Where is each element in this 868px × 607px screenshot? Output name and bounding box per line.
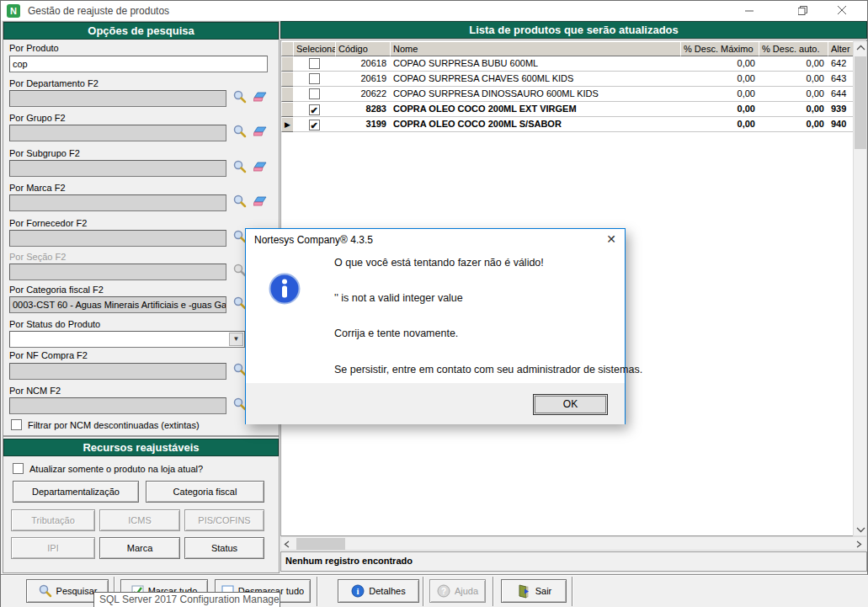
cell-nome: COPRA OLEO COCO 200ML S/SABOR xyxy=(390,117,681,132)
dialog-message-line: Corrija e tente novamente. xyxy=(334,327,458,339)
separator xyxy=(572,577,573,606)
marca-button[interactable]: Marca xyxy=(99,537,180,559)
vertical-scroll-thumb[interactable] xyxy=(855,56,866,149)
cell-alter: 940 xyxy=(828,117,854,132)
tributacao-button: Tributação xyxy=(11,509,95,531)
title-bar: N Gestão de reajuste de produtos xyxy=(1,1,867,20)
departamento-search-icon[interactable] xyxy=(232,90,247,104)
marca-search-icon[interactable] xyxy=(232,194,247,209)
cell-codigo: 20618 xyxy=(335,56,391,72)
horizontal-scrollbar[interactable] xyxy=(280,536,867,551)
cell-desc-auto: 0,00 xyxy=(759,87,828,102)
ncm-input xyxy=(9,397,226,414)
grupo-input xyxy=(9,125,226,141)
exit-door-icon xyxy=(516,584,531,599)
cell-nome: COPAO SURPRESA CHAVES 600ML KIDS xyxy=(390,72,681,87)
store-only-checkbox[interactable] xyxy=(13,463,24,474)
cell-nome: COPRA OLEO COCO 200ML EXT VIRGEM xyxy=(390,102,681,117)
col-header-codigo[interactable]: Código xyxy=(335,41,391,56)
minimize-button[interactable] xyxy=(731,1,769,20)
separator xyxy=(423,577,424,606)
cell-alter: 642 xyxy=(828,56,854,72)
cell-alter: 939 xyxy=(828,102,854,117)
col-header-desc-maximo[interactable]: % Desc. Máximo xyxy=(680,41,759,56)
produto-input[interactable] xyxy=(9,56,268,72)
ajuda-label: Ajuda xyxy=(455,586,478,596)
ncm-filter-checkbox[interactable] xyxy=(11,419,22,430)
col-header-desc-auto[interactable]: % Desc. auto. xyxy=(759,41,828,56)
scroll-down-icon[interactable] xyxy=(854,525,868,534)
scroll-up-icon[interactable] xyxy=(854,44,868,52)
status-button[interactable]: Status xyxy=(184,537,264,559)
search-panel-header: Opções de pesquisa xyxy=(3,22,279,40)
subgrupo-search-icon[interactable] xyxy=(232,160,247,174)
status-produto-combobox[interactable]: ▼ xyxy=(9,331,245,348)
field-label-categoria-fiscal: Por Categoria fiscal F2 xyxy=(9,285,104,295)
cell-nome: COPAO SURPRESA BUBU 600ML xyxy=(390,56,681,72)
chevron-down-icon[interactable]: ▼ xyxy=(229,333,243,346)
svg-text:i: i xyxy=(357,586,359,596)
dialog-close-icon[interactable]: ✕ xyxy=(606,232,616,246)
maximize-restore-button[interactable] xyxy=(784,1,822,20)
cell-desc-auto: 0,00 xyxy=(759,102,828,117)
field-label-ncm: Por NCM F2 xyxy=(9,386,61,396)
col-header-selecionar[interactable]: Selecionar xyxy=(293,41,336,56)
cell-desc-maximo: 0,00 xyxy=(680,102,759,117)
departamentalizacao-button[interactable]: Departamentalização xyxy=(13,481,139,503)
scroll-left-icon[interactable] xyxy=(283,540,293,549)
cell-desc-maximo: 0,00 xyxy=(680,56,759,72)
sair-label: Sair xyxy=(535,586,552,596)
app-logo-icon: N xyxy=(7,4,20,18)
row-select-checkbox[interactable]: ✔ xyxy=(309,104,320,115)
detalhes-label: Detalhes xyxy=(369,586,405,596)
row-indicator-cell xyxy=(281,102,294,117)
cell-nome: COPAO SURPRESA DINOSSAURO 600ML KIDS xyxy=(390,87,681,102)
dialog-footer: OK xyxy=(246,383,625,424)
grupo-eraser-icon[interactable] xyxy=(253,125,268,139)
field-label-produto: Por Produto xyxy=(9,43,59,53)
taskbar-tooltip: SQL Server 2017 Configuration Manager xyxy=(93,592,280,607)
horizontal-scroll-thumb[interactable] xyxy=(296,538,345,550)
ok-button[interactable]: OK xyxy=(533,394,608,415)
field-label-grupo: Por Grupo F2 xyxy=(9,113,66,123)
field-label-marca: Por Marca F2 xyxy=(9,183,66,193)
product-list-header: Lista de produtos que serão atualizados xyxy=(280,21,867,39)
cell-codigo: 20619 xyxy=(335,72,391,87)
row-select-checkbox[interactable] xyxy=(309,88,320,99)
dialog-info-icon xyxy=(269,273,301,305)
categoria-fiscal-input: 0003-CST 60 - Aguas Minerais Artificiais… xyxy=(9,296,226,313)
detalhes-button[interactable]: i Detalhes xyxy=(338,579,419,603)
store-only-checkbox-label: Atualizar somente o produto na loja atua… xyxy=(29,464,203,474)
cell-desc-maximo: 0,00 xyxy=(680,117,759,132)
field-label-fornecedor: Por Fornecedor F2 xyxy=(9,218,87,228)
subgrupo-eraser-icon[interactable] xyxy=(253,160,268,174)
nf-compra-input xyxy=(9,363,226,380)
pesquisar-label: Pesquisar xyxy=(56,586,98,596)
row-select-checkbox[interactable]: ✔ xyxy=(309,120,320,130)
cell-desc-auto: 0,00 xyxy=(759,72,828,87)
grid-corner-cell xyxy=(281,41,294,56)
icms-button: ICMS xyxy=(99,509,180,531)
vertical-scrollbar[interactable] xyxy=(853,41,867,536)
sair-button[interactable]: Sair xyxy=(501,579,567,603)
close-button[interactable] xyxy=(823,1,861,20)
categoria-fiscal-button[interactable]: Categoria fiscal xyxy=(146,481,264,503)
grupo-search-icon[interactable] xyxy=(232,125,247,139)
resources-panel-header: Recursos reajustáveis xyxy=(3,439,279,456)
separator xyxy=(493,577,494,606)
row-select-checkbox[interactable] xyxy=(309,73,320,84)
row-select-checkbox[interactable] xyxy=(309,58,320,69)
col-header-alter[interactable]: Alter xyxy=(828,41,854,56)
dialog-title: Nortesys Company® 4.3.5 xyxy=(254,234,373,246)
scroll-right-icon[interactable] xyxy=(855,540,865,549)
cell-codigo: 8283 xyxy=(335,102,391,117)
status-bar: Nenhum registro encontrado xyxy=(280,551,867,572)
departamento-eraser-icon[interactable] xyxy=(253,90,268,104)
cell-alter: 644 xyxy=(828,87,854,102)
marca-eraser-icon[interactable] xyxy=(253,194,268,209)
field-label-nf-compra: Por NF Compra F2 xyxy=(9,350,88,360)
fornecedor-input xyxy=(9,230,226,247)
ipi-button: IPI xyxy=(11,537,95,559)
col-header-nome[interactable]: Nome xyxy=(390,41,681,56)
ncm-filter-checkbox-label: Filtrar por NCM descontinuadas (extintas… xyxy=(28,420,200,430)
